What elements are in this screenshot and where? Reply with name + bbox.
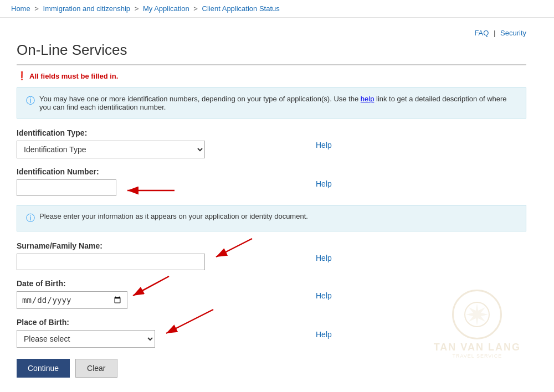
info-box-identity: ⓘ Please enter your information as it ap… [17, 205, 526, 231]
surname-left: Surname/Family Name: [17, 241, 294, 270]
info-text-2: Please enter your information as it appe… [39, 212, 308, 220]
pob-left: Place of Birth: Please select Afghanista… [17, 318, 294, 348]
form-section: Identification Type: Identification Type… [17, 128, 526, 196]
button-row: Continue Clear [17, 359, 526, 378]
arrow-id-number [122, 179, 177, 202]
surname-input[interactable] [17, 254, 205, 270]
error-text: All fields must be filled in. [29, 72, 118, 80]
clear-button[interactable]: Clear [75, 359, 117, 378]
main-container: FAQ | Security On-Line Services ❗ All fi… [0, 18, 543, 392]
breadcrumb: Home > Immigration and citizenship > My … [0, 0, 554, 18]
identification-number-left: Identification Number: [17, 167, 294, 196]
faq-link[interactable]: FAQ [474, 29, 489, 37]
pob-label: Place of Birth: [17, 318, 294, 327]
identification-type-left: Identification Type: Identification Type… [17, 128, 294, 158]
identification-number-help-link[interactable]: Help [316, 179, 332, 188]
top-links: FAQ | Security [17, 29, 526, 37]
dob-help: Help [316, 279, 332, 300]
breadcrumb-client-status[interactable]: Client Application Status [202, 4, 280, 13]
identification-number-help: Help [316, 167, 332, 188]
page-title: On-Line Services [17, 42, 526, 65]
breadcrumb-my-application[interactable]: My Application [143, 4, 189, 13]
info-box-identification: ⓘ You may have one or more identificatio… [17, 87, 526, 118]
dob-help-link[interactable]: Help [316, 291, 332, 300]
breadcrumb-home[interactable]: Home [11, 4, 30, 13]
error-message: ❗ All fields must be filled in. [17, 71, 526, 81]
continue-button[interactable]: Continue [17, 359, 70, 378]
dob-row: Date of Birth: Help [17, 279, 526, 309]
identification-number-input[interactable] [17, 179, 116, 196]
identification-type-label: Identification Type: [17, 128, 294, 137]
error-icon: ❗ [17, 71, 27, 81]
surname-row: Surname/Family Name: Help [17, 241, 526, 270]
pob-row: Place of Birth: Please select Afghanista… [17, 318, 526, 348]
surname-label: Surname/Family Name: [17, 241, 294, 250]
place-of-birth-select[interactable]: Please select Afghanistan Albania Algeri… [17, 330, 155, 348]
pob-help: Help [316, 318, 332, 339]
surname-help-link[interactable]: Help [316, 254, 332, 262]
dob-label: Date of Birth: [17, 279, 294, 288]
dob-input[interactable] [17, 291, 127, 309]
info-icon-1: ⓘ [26, 95, 35, 107]
identification-type-select[interactable]: Identification Type Passport Permanent R… [17, 141, 205, 158]
pob-help-link[interactable]: Help [316, 330, 332, 339]
dob-left: Date of Birth: [17, 279, 294, 309]
breadcrumb-immigration[interactable]: Immigration and citizenship [43, 4, 131, 13]
info-text-1: You may have one or more identification … [39, 95, 517, 111]
identification-type-row: Identification Type: Identification Type… [17, 128, 526, 158]
info-icon-2: ⓘ [26, 213, 35, 224]
identification-number-label: Identification Number: [17, 167, 294, 176]
identification-type-help-link[interactable]: Help [316, 141, 332, 149]
identification-number-row: Identification Number: Help [17, 167, 526, 196]
identification-type-help: Help [316, 128, 332, 149]
help-link-inline[interactable]: help [361, 95, 375, 103]
surname-help: Help [316, 241, 332, 262]
security-link[interactable]: Security [500, 29, 526, 37]
